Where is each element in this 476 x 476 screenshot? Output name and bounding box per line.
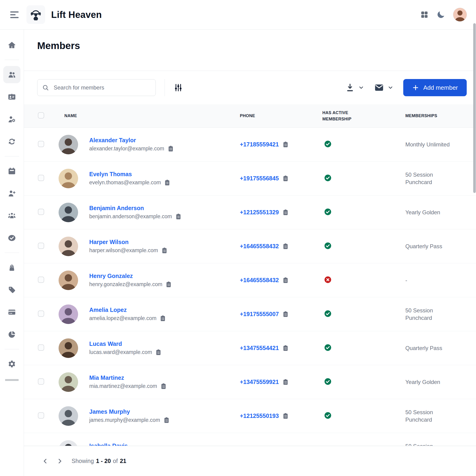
copy-phone-icon[interactable] bbox=[282, 175, 289, 182]
copy-phone-icon[interactable] bbox=[282, 277, 289, 284]
member-phone-link[interactable]: +16465558432 bbox=[240, 277, 279, 284]
column-header-phone[interactable]: PHONE bbox=[240, 113, 322, 119]
member-name-link[interactable]: Evelyn Thomas bbox=[89, 171, 170, 178]
copy-email-icon[interactable] bbox=[155, 349, 162, 356]
table-row: Mia Martinez mia.martinez@example.com +1… bbox=[24, 365, 476, 399]
search-input[interactable] bbox=[53, 84, 151, 91]
app-title: Lift Heaven bbox=[51, 10, 102, 20]
export-download-button[interactable] bbox=[345, 83, 355, 92]
download-icon bbox=[345, 83, 355, 92]
row-checkbox[interactable] bbox=[38, 175, 44, 181]
member-name-link[interactable]: Harper Wilson bbox=[89, 239, 168, 245]
member-avatar bbox=[59, 271, 78, 290]
copy-phone-icon[interactable] bbox=[282, 379, 289, 385]
copy-phone-icon[interactable] bbox=[282, 311, 289, 318]
apps-grid-button[interactable] bbox=[420, 10, 429, 19]
copy-phone-icon[interactable] bbox=[282, 345, 289, 351]
sidebar-item-check-circle[interactable] bbox=[3, 229, 20, 247]
copy-phone-icon[interactable] bbox=[282, 243, 289, 250]
sidebar-item-shop-bag[interactable] bbox=[3, 259, 20, 276]
sidebar-item-home[interactable] bbox=[3, 36, 20, 54]
moon-icon bbox=[437, 10, 445, 19]
member-phone-link[interactable]: +19175556845 bbox=[240, 175, 279, 182]
column-header-memberships[interactable]: MEMBERSHIPS bbox=[405, 113, 467, 119]
member-avatar bbox=[59, 237, 78, 256]
select-all-checkbox[interactable] bbox=[38, 112, 44, 119]
shop-bag-icon bbox=[8, 263, 16, 272]
vertical-scrollbar[interactable] bbox=[473, 23, 476, 193]
sidebar-divider bbox=[5, 349, 19, 349]
member-name-link[interactable]: Isabella Davis bbox=[89, 442, 128, 446]
member-name-link[interactable]: Amelia Lopez bbox=[89, 306, 166, 313]
add-member-button[interactable]: Add member bbox=[403, 79, 467, 96]
member-name-link[interactable]: Mia Martinez bbox=[89, 374, 167, 381]
member-phone-link[interactable]: +12125551329 bbox=[240, 209, 279, 216]
member-name-link[interactable]: Henry Gonzalez bbox=[89, 273, 172, 279]
active-status-icon bbox=[324, 412, 331, 419]
menu-toggle-button[interactable] bbox=[10, 10, 19, 19]
row-checkbox[interactable] bbox=[38, 243, 44, 249]
copy-phone-icon[interactable] bbox=[282, 141, 289, 148]
member-name-link[interactable]: Lucas Ward bbox=[89, 340, 162, 347]
membership-text: 50 Session Punchcard bbox=[405, 442, 467, 446]
copy-email-icon[interactable] bbox=[165, 281, 172, 288]
sidebar-item-pie-chart[interactable] bbox=[3, 326, 20, 343]
row-checkbox[interactable] bbox=[38, 310, 44, 317]
copy-phone-icon[interactable] bbox=[282, 412, 289, 419]
member-name-link[interactable]: Benjamin Anderson bbox=[89, 205, 182, 211]
member-phone-link[interactable]: +13475554421 bbox=[240, 345, 279, 351]
user-avatar[interactable] bbox=[453, 8, 467, 21]
row-checkbox[interactable] bbox=[38, 378, 44, 385]
member-email: lucas.ward@example.com bbox=[89, 349, 152, 355]
copy-email-icon[interactable] bbox=[160, 383, 167, 390]
envelope-icon bbox=[374, 83, 384, 93]
sidebar-item-tag[interactable] bbox=[3, 281, 20, 298]
sidebar-item-user-settings[interactable] bbox=[3, 111, 20, 128]
membership-text: 50 Session Punchcard bbox=[405, 307, 467, 321]
previous-page-button[interactable] bbox=[41, 457, 49, 465]
member-name-link[interactable]: James Murphy bbox=[89, 408, 170, 415]
table-row: Isabella Davis 50 Session Punchcard bbox=[24, 433, 476, 446]
export-options-chevron[interactable] bbox=[358, 85, 364, 91]
filter-button[interactable] bbox=[174, 83, 183, 92]
active-status-icon bbox=[324, 174, 331, 182]
sidebar-item-id-card[interactable] bbox=[3, 88, 20, 105]
dark-mode-toggle-button[interactable] bbox=[437, 10, 445, 19]
sidebar-item-credit-card[interactable] bbox=[3, 304, 20, 321]
row-checkbox[interactable] bbox=[38, 277, 44, 283]
email-options-chevron[interactable] bbox=[388, 85, 393, 91]
copy-email-icon[interactable] bbox=[161, 247, 168, 254]
email-members-button[interactable] bbox=[374, 83, 384, 93]
member-phone-link[interactable]: +17185559421 bbox=[240, 141, 279, 148]
next-page-button[interactable] bbox=[56, 457, 64, 465]
table-row: Alexander Taylor alexander.taylor@exampl… bbox=[24, 128, 476, 162]
tag-icon bbox=[8, 286, 16, 294]
app-window: Lift Heaven Members bbox=[0, 0, 476, 476]
column-header-name[interactable]: NAME bbox=[59, 113, 240, 119]
copy-email-icon[interactable] bbox=[163, 417, 170, 424]
sidebar-item-calendar[interactable] bbox=[3, 162, 20, 180]
row-checkbox[interactable] bbox=[38, 344, 44, 351]
column-header-active-membership[interactable]: HAS ACTIVE MEMBERSHIP bbox=[322, 110, 371, 122]
copy-email-icon[interactable] bbox=[164, 179, 170, 186]
membership-text: - bbox=[405, 277, 467, 284]
copy-email-icon[interactable] bbox=[175, 213, 182, 220]
apps-grid-icon bbox=[420, 10, 429, 19]
copy-email-icon[interactable] bbox=[159, 315, 166, 322]
copy-email-icon[interactable] bbox=[167, 145, 174, 152]
sidebar-item-groups[interactable] bbox=[3, 207, 20, 224]
member-phone-link[interactable]: +12125550193 bbox=[240, 412, 279, 419]
member-name-link[interactable]: Alexander Taylor bbox=[89, 137, 174, 144]
sidebar-item-members[interactable] bbox=[3, 66, 20, 83]
chevron-left-icon bbox=[42, 458, 49, 465]
row-checkbox[interactable] bbox=[38, 141, 44, 147]
sidebar-item-user-add[interactable] bbox=[3, 185, 20, 202]
member-phone-link[interactable]: +19175555007 bbox=[240, 311, 279, 318]
copy-phone-icon[interactable] bbox=[282, 209, 289, 216]
sidebar-item-sync[interactable] bbox=[3, 133, 20, 150]
member-phone-link[interactable]: +16465558432 bbox=[240, 243, 279, 250]
row-checkbox[interactable] bbox=[38, 412, 44, 419]
member-phone-link[interactable]: +13475559921 bbox=[240, 379, 279, 385]
row-checkbox[interactable] bbox=[38, 209, 44, 215]
sidebar-item-settings[interactable] bbox=[3, 355, 20, 373]
